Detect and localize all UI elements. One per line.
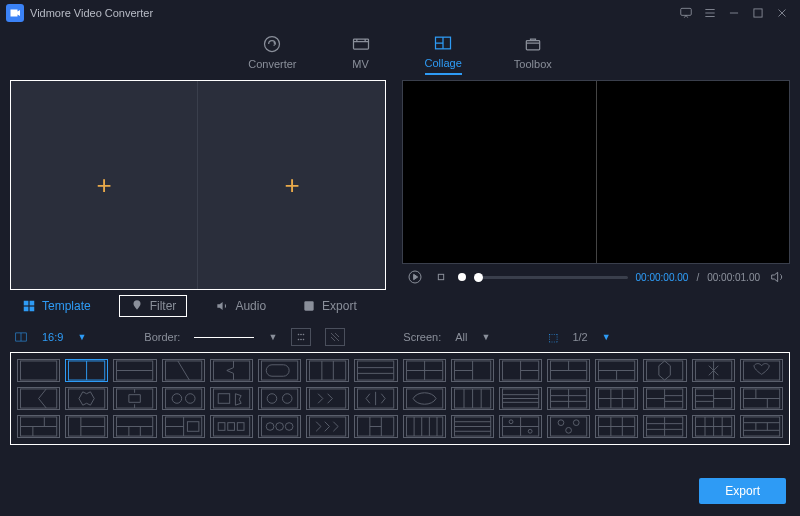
template-cell[interactable] [113,387,156,410]
svg-rect-50 [406,389,442,408]
screen-value[interactable]: All [455,331,467,343]
subtab-template[interactable]: Template [14,295,99,317]
export-button[interactable]: Export [699,478,786,504]
maximize-icon[interactable] [746,1,770,25]
template-cell[interactable] [113,359,156,382]
template-cell[interactable] [258,359,301,382]
svg-point-41 [172,394,182,404]
subtab-export[interactable]: Export [294,295,365,317]
template-cell[interactable] [740,387,783,410]
footer: Export [0,445,800,516]
feedback-icon[interactable] [674,1,698,25]
svg-rect-43 [213,389,249,408]
svg-point-17 [298,339,299,340]
template-cell[interactable] [162,387,205,410]
page-dropdown-icon[interactable]: ▼ [602,332,611,342]
template-cell[interactable] [258,387,301,410]
tab-toolbox[interactable]: Toolbox [514,33,552,74]
svg-point-81 [566,427,572,433]
tab-converter-label: Converter [248,58,296,70]
template-cell[interactable] [643,359,686,382]
svg-rect-20 [20,361,56,380]
template-cell[interactable] [354,359,397,382]
menu-icon[interactable] [698,1,722,25]
template-cell[interactable] [547,387,590,410]
drop-slot-2[interactable]: + [199,81,385,289]
subtab-filter[interactable]: Filter [119,295,188,317]
template-cell[interactable] [354,415,397,438]
drop-slot-1[interactable]: + [11,81,198,289]
svg-rect-1 [754,9,762,17]
template-cell[interactable] [451,387,494,410]
template-cell[interactable] [306,387,349,410]
border-style-preview[interactable] [194,337,254,338]
template-cell[interactable] [740,415,783,438]
template-cell[interactable] [403,387,446,410]
template-cell[interactable] [113,415,156,438]
sub-tabs: Template Filter Audio Export [0,290,800,322]
template-cell[interactable] [17,387,60,410]
template-cell[interactable] [692,387,735,410]
border-dropdown-icon[interactable]: ▼ [268,332,277,342]
template-cell[interactable] [162,359,205,382]
border-pattern-button[interactable] [325,328,345,346]
template-cell[interactable] [740,359,783,382]
template-cell[interactable] [595,415,638,438]
app-logo-icon [6,4,24,22]
template-cell[interactable] [547,359,590,382]
template-cell[interactable] [499,387,542,410]
minimize-icon[interactable] [722,1,746,25]
template-cell[interactable] [692,415,735,438]
svg-rect-67 [261,417,297,436]
template-cell[interactable] [643,415,686,438]
border-thickness-button[interactable] [291,328,311,346]
template-cell[interactable] [354,387,397,410]
template-cell[interactable] [499,415,542,438]
template-cell[interactable] [451,415,494,438]
template-cell[interactable] [306,415,349,438]
template-cell[interactable] [499,359,542,382]
template-cell[interactable] [210,387,253,410]
template-cell[interactable] [210,415,253,438]
svg-point-69 [276,423,284,431]
ratio-dropdown-icon[interactable]: ▼ [77,332,86,342]
volume-icon[interactable] [768,268,786,286]
page-indicator: 1/2 [572,331,587,343]
seek-bar[interactable] [474,276,628,279]
subtab-export-label: Export [322,299,357,313]
template-cell[interactable] [65,415,108,438]
ratio-icon[interactable] [14,330,28,344]
template-cell[interactable] [451,359,494,382]
svg-point-47 [282,394,292,404]
template-cell[interactable] [643,387,686,410]
template-cell[interactable] [258,415,301,438]
template-cell[interactable] [65,359,108,382]
template-cell[interactable] [17,359,60,382]
border-label: Border: [144,331,180,343]
subtab-audio[interactable]: Audio [207,295,274,317]
template-cell[interactable] [547,415,590,438]
close-icon[interactable] [770,1,794,25]
screen-indicator-icon[interactable]: ⬚ [548,331,558,344]
play-button[interactable] [406,268,424,286]
toolbox-icon [521,33,545,55]
svg-rect-28 [358,361,394,380]
tab-converter[interactable]: Converter [248,33,296,74]
template-cell[interactable] [162,415,205,438]
svg-rect-9 [30,301,35,306]
template-cell[interactable] [595,387,638,410]
template-cell[interactable] [65,387,108,410]
template-cell[interactable] [403,415,446,438]
template-cell[interactable] [403,359,446,382]
template-cell[interactable] [595,359,638,382]
screen-dropdown-icon[interactable]: ▼ [482,332,491,342]
template-cell[interactable] [210,359,253,382]
template-cell[interactable] [17,415,60,438]
tab-mv[interactable]: MV [349,33,373,74]
stop-button[interactable] [432,268,450,286]
ratio-value[interactable]: 16:9 [42,331,63,343]
template-cell[interactable] [306,359,349,382]
svg-rect-10 [24,307,29,312]
tab-collage[interactable]: Collage [425,32,462,75]
template-cell[interactable] [692,359,735,382]
